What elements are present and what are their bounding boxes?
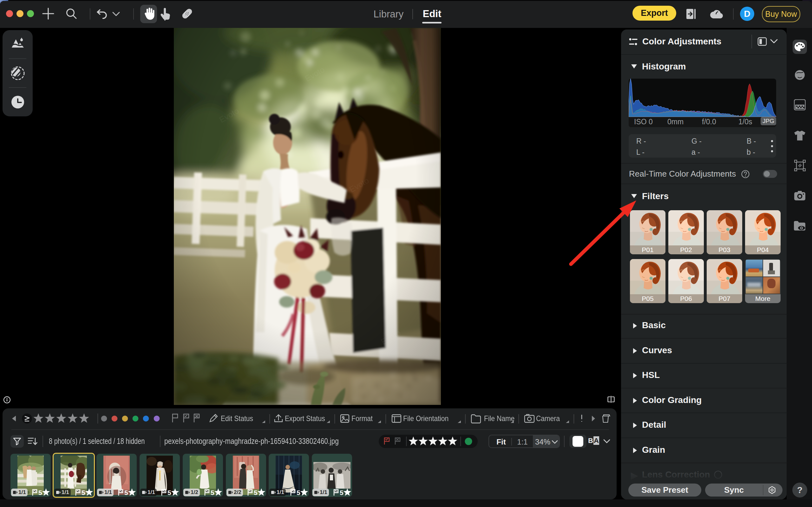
svg-text:5: 5: [296, 489, 301, 496]
svg-text:5: 5: [167, 489, 171, 496]
svg-text:5: 5: [211, 489, 214, 496]
svg-text:5: 5: [38, 489, 42, 496]
svg-text:5: 5: [340, 489, 343, 496]
svg-text:5: 5: [124, 489, 128, 496]
svg-text:5: 5: [254, 489, 258, 496]
svg-text:5: 5: [82, 489, 85, 496]
